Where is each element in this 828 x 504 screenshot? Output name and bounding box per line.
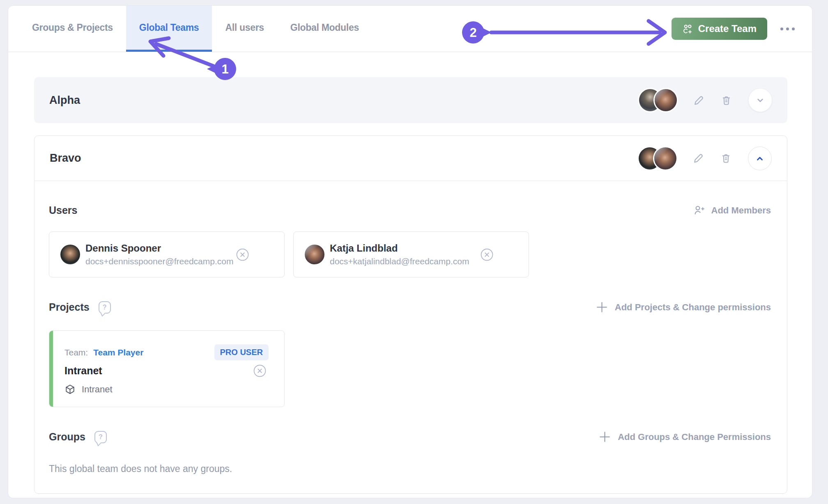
ellipsis-icon [780, 27, 783, 30]
user-card-katja: Katja Lindblad docs+katjalindblad@freedc… [293, 231, 529, 277]
delete-team-button[interactable] [721, 95, 732, 106]
team-row-alpha: Alpha [34, 77, 787, 123]
project-card-intranet: Team: Team Player PRO USER Intranet [49, 330, 285, 407]
more-options-button[interactable] [780, 25, 796, 33]
pro-user-badge: PRO USER [214, 344, 269, 360]
question-bubble-icon[interactable]: ? [99, 301, 111, 314]
tab-bar: Groups & Projects Global Teams All users… [8, 6, 812, 52]
tab-label: All users [225, 22, 264, 33]
users-heading: Users [49, 204, 78, 216]
team-name: Bravo [34, 152, 81, 165]
plus-icon [596, 301, 608, 314]
team-add-icon [682, 23, 693, 34]
team-label: Team: [64, 348, 88, 357]
plus-icon [598, 431, 611, 443]
groups-section-header: Groups ? Add Groups & Change Permissions [49, 431, 771, 443]
edit-team-button[interactable] [693, 95, 704, 106]
chevron-up-icon [754, 153, 765, 164]
cube-icon [64, 384, 76, 395]
collapse-team-button[interactable] [748, 147, 772, 170]
avatar [305, 245, 324, 264]
team-card-bravo: Bravo [34, 135, 787, 494]
tab-groups-projects[interactable]: Groups & Projects [19, 6, 126, 52]
tab-label: Groups & Projects [32, 22, 113, 33]
tabbar-actions: Create Team [672, 6, 796, 52]
circle-x-icon [236, 248, 249, 261]
pencil-icon [693, 153, 704, 164]
team-name-link[interactable]: Team Player [93, 348, 143, 357]
project-module-label: Intranet [82, 384, 113, 395]
remove-user-button[interactable] [236, 248, 249, 261]
tab-global-modules[interactable]: Global Modules [277, 6, 372, 52]
tab-all-users[interactable]: All users [212, 6, 277, 52]
user-name: Dennis Spooner [85, 243, 233, 254]
edit-team-button[interactable] [693, 153, 704, 164]
avatar [655, 89, 677, 111]
person-plus-icon [694, 205, 705, 216]
remove-user-button[interactable] [481, 248, 493, 261]
project-color-bar [49, 331, 53, 407]
remove-project-button[interactable] [253, 364, 266, 377]
add-groups-button[interactable]: Add Groups & Change Permissions [598, 431, 771, 443]
expand-team-button[interactable] [748, 88, 772, 112]
delete-team-button[interactable] [720, 153, 731, 164]
admin-panel: Groups & Projects Global Teams All users… [8, 6, 812, 498]
team-name: Alpha [34, 94, 80, 107]
avatar [60, 245, 80, 264]
user-email: docs+katjalindblad@freedcamp.com [330, 257, 469, 266]
project-title: Intranet [64, 365, 102, 377]
pencil-icon [693, 95, 704, 106]
projects-section-header: Projects ? Add Projects & Change permiss… [49, 301, 771, 314]
user-name: Katja Lindblad [330, 243, 469, 254]
add-members-button[interactable]: Add Members [694, 205, 771, 216]
trash-icon [721, 95, 732, 106]
tab-label: Global Teams [139, 22, 199, 33]
tab-label: Global Modules [290, 22, 359, 33]
circle-x-icon [481, 248, 493, 261]
groups-heading: Groups ? [49, 431, 107, 443]
team-member-avatars[interactable] [639, 147, 676, 170]
user-email: docs+dennisspooner@freedcamp.com [85, 257, 233, 266]
chevron-down-icon [755, 95, 766, 105]
avatar [654, 147, 676, 170]
team-card-header: Bravo [34, 136, 787, 181]
circle-x-icon [253, 364, 266, 377]
question-bubble-icon[interactable]: ? [94, 431, 107, 443]
create-team-button[interactable]: Create Team [672, 18, 767, 40]
create-team-label: Create Team [698, 23, 757, 34]
projects-heading: Projects ? [49, 301, 111, 314]
team-member-avatars[interactable] [639, 89, 677, 111]
users-section-header: Users Add Members [49, 204, 771, 216]
tab-global-teams[interactable]: Global Teams [126, 6, 212, 52]
groups-empty-message: This global team does not have any group… [49, 463, 771, 474]
trash-icon [720, 153, 731, 164]
user-card-dennis: Dennis Spooner docs+dennisspooner@freedc… [49, 231, 285, 277]
add-projects-button[interactable]: Add Projects & Change permissions [596, 301, 771, 314]
teams-list: Alpha [8, 52, 812, 494]
